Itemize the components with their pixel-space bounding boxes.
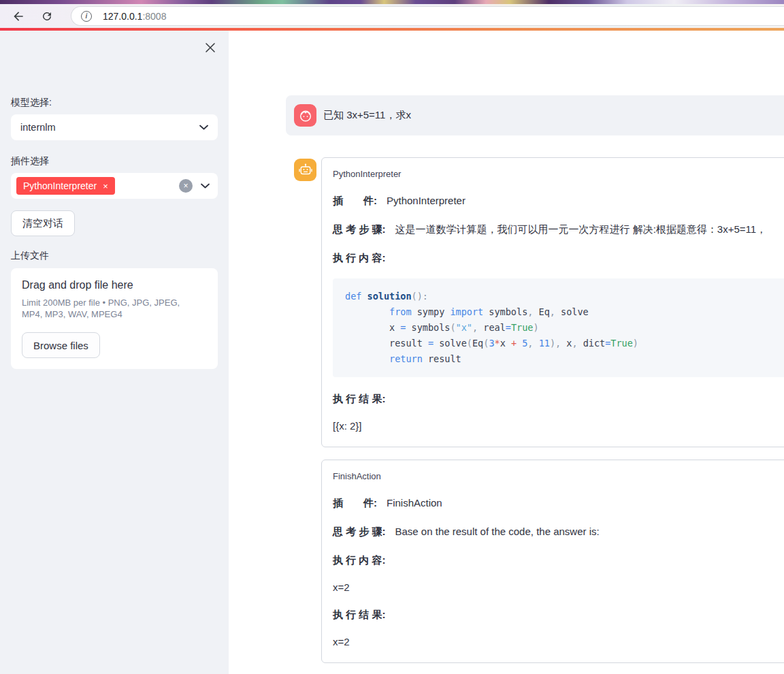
user-message: 已知 3x+5=11，求x <box>286 95 784 135</box>
content-value: x=2 <box>333 581 784 593</box>
result-label: 执 行 结 果: <box>333 609 386 622</box>
tool-step-card: PythonInterpreter 插 件: PythonInterpreter… <box>321 157 784 447</box>
chevron-down-icon <box>201 183 210 189</box>
chevron-down-icon <box>199 125 208 130</box>
url-host: 127.0.0.1 <box>103 11 142 22</box>
info-icon[interactable]: i <box>81 11 92 22</box>
upload-limits: Limit 200MB per file • PNG, JPG, JPEG, M… <box>22 297 192 320</box>
file-uploader-dropzone[interactable]: Drag and drop file here Limit 200MB per … <box>11 268 218 369</box>
result-value: [{x: 2}] <box>333 420 784 432</box>
plugin-tag-remove-icon[interactable]: × <box>103 182 108 191</box>
result-value: x=2 <box>333 636 784 647</box>
url-port: :8008 <box>142 11 166 22</box>
model-select-label: 模型选择: <box>11 31 218 109</box>
clear-chat-button[interactable]: 清空对话 <box>11 210 75 236</box>
reload-icon <box>41 10 53 22</box>
url-bar[interactable]: i 127.0.0.1:8008 <box>71 6 784 26</box>
model-select[interactable]: internlm <box>11 114 218 140</box>
plugin-multiselect[interactable]: PythonInterpreter × × <box>11 173 218 199</box>
robot-icon <box>298 163 313 178</box>
browser-window: i 127.0.0.1:8008 模型选择: internlm 插件选择 Pyt… <box>0 0 784 674</box>
reload-button[interactable] <box>35 6 59 27</box>
plugin-value: PythonInterpreter <box>387 195 466 206</box>
model-select-value: internlm <box>20 122 199 133</box>
result-label: 执 行 结 果: <box>333 393 386 406</box>
finish-step-card: FinishAction 插 件: FinishAction 思 考 步 骤: … <box>321 460 784 663</box>
content-label: 执 行 内 容: <box>333 252 386 265</box>
thought-label: 思 考 步 骤: <box>333 223 386 236</box>
upload-label: 上传文件 <box>11 250 218 262</box>
close-icon <box>205 42 216 53</box>
step-caption: PythonInterpreter <box>333 166 784 179</box>
back-arrow-icon <box>12 10 25 23</box>
chat-area: 已知 3x+5=11，求x <box>229 31 784 674</box>
assistant-avatar <box>294 159 316 181</box>
plugin-value: FinishAction <box>387 497 442 509</box>
user-message-text: 已知 3x+5=11，求x <box>323 109 411 122</box>
plugin-label: 插 件: <box>333 195 377 208</box>
thought-value: 这是一道数学计算题，我们可以用一元一次方程进行 解决:根据题意得：3x+5=11… <box>395 223 767 236</box>
thought-value: Base on the result of the code, the answ… <box>395 526 600 537</box>
thought-label: 思 考 步 骤: <box>333 526 386 539</box>
clear-all-icon[interactable]: × <box>179 179 193 193</box>
code-block: def solution(): from sympy import symbol… <box>333 278 784 377</box>
user-face-icon <box>298 108 313 123</box>
assistant-message: PythonInterpreter 插 件: PythonInterpreter… <box>286 157 784 674</box>
step-caption: FinishAction <box>333 468 784 481</box>
sidebar: 模型选择: internlm 插件选择 PythonInterpreter × … <box>0 31 229 674</box>
content-label: 执 行 内 容: <box>333 554 386 567</box>
plugin-select-label: 插件选择 <box>11 155 218 167</box>
browser-toolbar: i 127.0.0.1:8008 <box>0 4 784 28</box>
plugin-tag: PythonInterpreter × <box>16 177 115 195</box>
plugin-tag-label: PythonInterpreter <box>23 180 97 191</box>
user-avatar <box>294 104 316 127</box>
upload-instructions: Drag and drop file here <box>22 279 207 291</box>
plugin-label: 插 件: <box>333 497 377 510</box>
back-button[interactable] <box>7 6 30 27</box>
browse-files-button[interactable]: Browse files <box>22 332 100 358</box>
sidebar-close-button[interactable] <box>202 39 218 58</box>
